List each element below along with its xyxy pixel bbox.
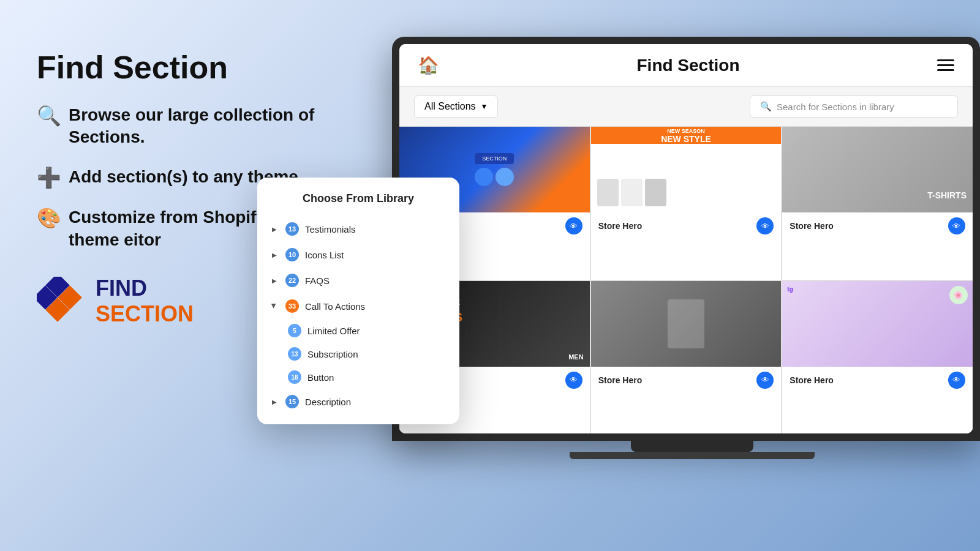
- sublist-call-to-actions: 5 Limited Offer 13 Subscription 18 Butto…: [257, 319, 459, 389]
- badge-button: 18: [288, 370, 301, 384]
- badge-testimonials: 13: [285, 222, 299, 236]
- popup-card: Choose From Library ▶ 13 Testimonials ▶ …: [257, 178, 459, 424]
- app-header: 🏠 Find Section: [399, 44, 973, 87]
- grid-item-4: Store Hero 👁: [591, 281, 782, 434]
- grid-container: SECTION Store Hero 👁 NE: [399, 127, 973, 433]
- label-limited-offer: Limited Offer: [307, 326, 360, 336]
- laptop-base: [570, 452, 815, 459]
- laptop-stand: [631, 441, 753, 452]
- logo-diamond-icon: [37, 277, 86, 326]
- search-placeholder: Search for Sections in library: [777, 102, 894, 112]
- laptop-frame: 🏠 Find Section All Sections ▼ 🔍 Search f…: [392, 37, 980, 441]
- filter-bar: All Sections ▼ 🔍 Search for Sections in …: [399, 87, 973, 127]
- list-item-faqs[interactable]: ▶ 22 FAQS: [257, 268, 459, 293]
- label-testimonials: Testimonials: [305, 224, 356, 234]
- grid-item-footer-2: Store Hero 👁: [782, 212, 973, 239]
- grid-item-label-4: Store Hero: [598, 375, 643, 385]
- expand-icon-testimonials: ▶: [270, 224, 279, 234]
- logo-find: FIND: [96, 276, 194, 301]
- browse-icon: 🔍: [37, 104, 61, 127]
- grid-item-5: tg 🌸 Store Hero 👁: [782, 281, 973, 434]
- list-item-subscription[interactable]: 13 Subscription: [288, 342, 459, 365]
- palette-icon: 🎨: [37, 206, 61, 230]
- grid-item-label-5: Store Hero: [790, 375, 834, 385]
- expand-icon-call-to-actions: ▶: [270, 301, 279, 311]
- list-item-description[interactable]: ▶ 15 Description: [257, 389, 459, 414]
- feature-browse-text: Browse our large collection of Sections.: [69, 104, 331, 149]
- search-icon: 🔍: [760, 101, 772, 112]
- label-faqs: FAQS: [305, 276, 330, 286]
- list-item-button[interactable]: 18 Button: [288, 365, 459, 389]
- label-button: Button: [307, 372, 334, 383]
- search-box[interactable]: 🔍 Search for Sections in library: [750, 96, 958, 118]
- label-icons-list: Icons List: [305, 250, 344, 260]
- popup-title: Choose From Library: [257, 192, 459, 205]
- add-icon: ➕: [37, 166, 61, 189]
- grid-item-footer-5: Store Hero 👁: [782, 367, 973, 394]
- badge-icons-list: 10: [285, 248, 299, 261]
- expand-icon-icons-list: ▶: [270, 250, 279, 260]
- eye-button-2[interactable]: 👁: [948, 217, 965, 234]
- badge-faqs: 22: [285, 274, 299, 287]
- chevron-down-icon: ▼: [481, 102, 488, 111]
- list-item-icons-list[interactable]: ▶ 10 Icons List: [257, 242, 459, 268]
- badge-limited-offer: 5: [288, 324, 301, 337]
- popup-list: ▶ 13 Testimonials ▶ 10 Icons List ▶ 22 F…: [257, 216, 459, 414]
- label-subscription: Subscription: [307, 349, 358, 359]
- eye-button-1[interactable]: 👁: [756, 217, 774, 234]
- grid-item-1: NEW SEASON NEW STYLE Store Hero 👁: [591, 127, 782, 280]
- page-title: Find Section: [37, 49, 331, 86]
- grid-item-label-2: Store Hero: [790, 221, 834, 231]
- laptop-container: 🏠 Find Section All Sections ▼ 🔍 Search f…: [392, 37, 980, 478]
- label-description: Description: [305, 397, 351, 407]
- badge-description: 15: [285, 395, 299, 408]
- logo-text: FIND SECTION: [96, 276, 194, 327]
- logo-section: SECTION: [96, 301, 194, 327]
- grid-item-label-1: Store Hero: [598, 221, 643, 231]
- feature-browse: 🔍 Browse our large collection of Section…: [37, 104, 331, 149]
- app-header-title: Find Section: [637, 56, 740, 75]
- menu-icon[interactable]: [937, 59, 954, 71]
- grid-item-footer-1: Store Hero 👁: [591, 212, 782, 239]
- list-item-limited-offer[interactable]: 5 Limited Offer: [288, 319, 459, 342]
- eye-button-4[interactable]: 👁: [756, 372, 774, 389]
- eye-button-3[interactable]: 👁: [565, 372, 582, 389]
- badge-call-to-actions: 33: [285, 299, 299, 313]
- eye-button-0[interactable]: 👁: [565, 217, 582, 234]
- home-icon[interactable]: 🏠: [418, 55, 439, 75]
- label-call-to-actions: Call To Actions: [305, 301, 365, 312]
- badge-subscription: 13: [288, 347, 301, 361]
- laptop-screen: 🏠 Find Section All Sections ▼ 🔍 Search f…: [399, 44, 973, 433]
- list-item-testimonials[interactable]: ▶ 13 Testimonials: [257, 216, 459, 242]
- eye-button-5[interactable]: 👁: [948, 372, 965, 389]
- grid-item-footer-4: Store Hero 👁: [591, 367, 782, 394]
- all-sections-dropdown[interactable]: All Sections ▼: [414, 96, 498, 118]
- expand-icon-faqs: ▶: [270, 276, 279, 285]
- expand-icon-description: ▶: [270, 397, 279, 407]
- grid-item-2: T-SHIRTS Store Hero 👁: [782, 127, 973, 280]
- all-sections-label: All Sections: [424, 101, 476, 112]
- list-item-call-to-actions[interactable]: ▶ 33 Call To Actions: [257, 293, 459, 319]
